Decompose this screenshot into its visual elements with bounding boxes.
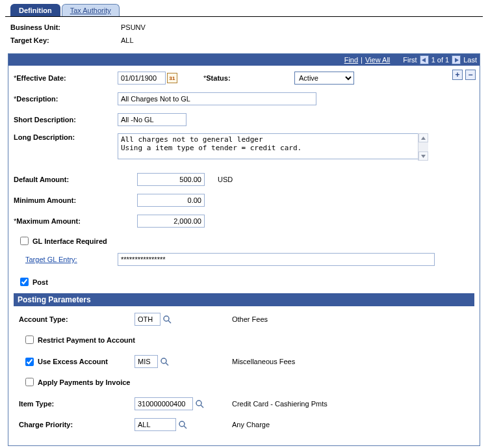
add-row-button[interactable]: + [452,70,463,80]
svg-marker-2 [421,137,426,140]
charge-priority-label: Charge Priority: [14,421,135,428]
restrict-payment-checkbox[interactable] [25,336,34,344]
svg-marker-3 [421,155,426,158]
status-select[interactable]: Active [294,72,354,85]
effective-date-input[interactable] [118,72,166,85]
svg-point-4 [164,316,169,321]
svg-line-11 [184,426,186,428]
svg-line-9 [201,405,203,408]
svg-point-6 [161,358,166,363]
svg-line-5 [168,321,171,323]
svg-marker-1 [455,58,459,62]
account-type-input[interactable] [135,313,161,326]
separator: | [361,56,363,64]
lookup-icon[interactable] [159,356,170,367]
calendar-icon[interactable]: 31 [167,73,177,83]
svg-marker-0 [422,58,426,62]
svg-point-10 [179,421,185,427]
apply-payments-checkbox[interactable] [25,378,34,386]
tab-tax-authority[interactable]: Tax Authority [62,4,120,16]
account-type-desc: Other Fees [232,315,268,323]
last-label[interactable]: Last [463,56,477,64]
default-amount-label: Default Amount: [14,176,118,183]
delete-row-button[interactable]: − [465,70,476,80]
description-label: Description: [14,95,118,103]
account-type-label: Account Type: [14,315,135,323]
item-type-desc: Credit Card - Cashiering Pmts [232,400,327,408]
restrict-payment-label: Restrict Payment to Account [38,336,135,344]
effective-date-label: Effective Date: [14,74,118,82]
business-unit-label: Business Unit: [10,23,121,31]
business-unit-value: PSUNV [121,23,146,31]
default-amount-input[interactable] [137,173,205,186]
svg-line-7 [166,363,168,365]
tab-definition[interactable]: Definition [10,4,60,16]
item-type-label: Item Type: [14,400,135,408]
use-excess-checkbox[interactable] [25,358,34,366]
long-desc-textarea[interactable] [118,133,428,159]
first-label[interactable]: First [403,56,417,64]
currency-label: USD [218,176,233,183]
item-type-input[interactable] [135,397,193,410]
post-label: Post [32,278,48,286]
use-excess-label: Use Excess Account [38,358,108,365]
maximum-amount-label: Maximum Amount: [14,217,118,225]
prev-button[interactable] [420,55,429,64]
minimum-amount-input[interactable] [137,194,205,207]
short-desc-label: Short Description: [14,116,118,124]
gl-interface-checkbox[interactable] [20,237,29,245]
use-excess-desc: Miscellaneous Fees [232,358,295,365]
charge-priority-desc: Any Charge [232,421,270,428]
post-checkbox[interactable] [20,278,29,286]
target-gl-input[interactable] [118,253,435,266]
target-key-value: ALL [121,36,134,44]
view-all-link[interactable]: View All [365,56,390,64]
gl-interface-label: GL Interface Required [32,237,107,245]
long-desc-label: Long Description: [14,133,118,141]
scroll-down-icon[interactable] [418,152,428,161]
lookup-icon[interactable] [194,399,205,409]
lookup-icon[interactable] [177,419,188,430]
svg-point-8 [196,401,201,406]
description-input[interactable] [118,92,316,105]
short-desc-input[interactable] [118,113,186,126]
maximum-amount-input[interactable] [137,215,205,228]
use-excess-input[interactable] [135,355,158,368]
target-gl-label[interactable]: Target GL Entry: [14,256,118,263]
status-label: Status: [203,74,294,82]
target-key-label: Target Key: [10,36,121,44]
charge-priority-input[interactable] [135,418,176,431]
posting-params-header: Posting Parameters [14,293,474,306]
next-button[interactable] [452,55,461,64]
page-counter: 1 of 1 [431,56,450,64]
lookup-icon[interactable] [162,314,172,324]
find-link[interactable]: Find [344,56,358,64]
minimum-amount-label: Minimum Amount: [14,196,118,204]
apply-payments-label: Apply Payments by Invoice [38,378,130,386]
scroll-up-icon[interactable] [418,133,428,142]
